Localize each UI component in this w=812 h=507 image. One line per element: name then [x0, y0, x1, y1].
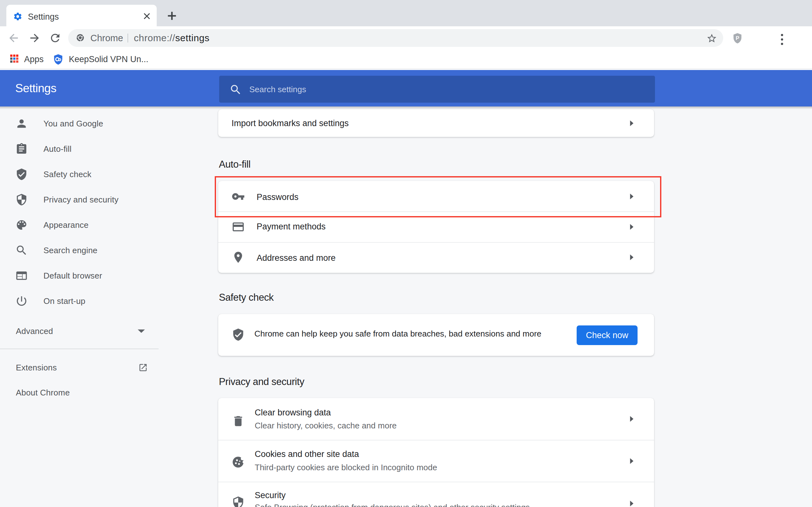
svg-text:P: P: [735, 35, 739, 41]
